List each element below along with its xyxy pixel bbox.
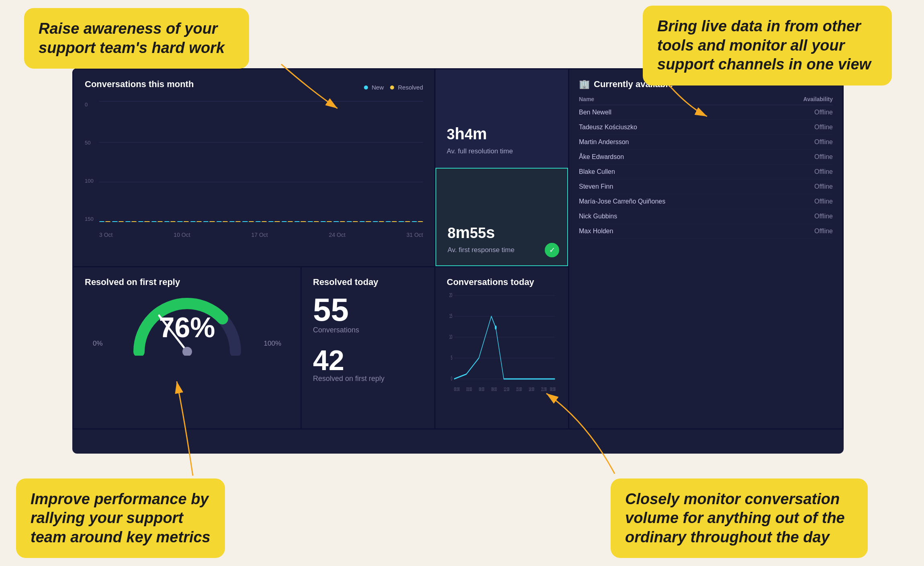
resolution-time-label: Av. full resolution time: [447, 147, 557, 155]
resolution-time-value: 3h4m: [447, 118, 557, 143]
agent-status: Offline: [768, 179, 833, 194]
bar-group: [242, 221, 253, 222]
agent-name: María-Jose Carreño Quiñones: [579, 194, 768, 209]
dashboard-grid: Conversations this month New Resolved 15…: [72, 68, 844, 430]
currently-available-widget: 🏢 Currently available Name Availability …: [569, 69, 842, 428]
agent-status: Offline: [768, 120, 833, 135]
agent-name: Tadeusz Kościuszko: [579, 120, 768, 135]
first-reply-count: 42: [313, 346, 423, 375]
agent-name: Steven Finn: [579, 179, 768, 194]
svg-point-21: [495, 326, 497, 330]
response-time-value: 8m55s: [448, 216, 556, 242]
bar-group: [256, 221, 267, 222]
resolved-dot: [390, 86, 394, 90]
bar-group: [229, 221, 241, 222]
agent-status: Offline: [768, 209, 833, 224]
table-row: Nick GubbinsOffline: [579, 209, 833, 224]
agent-status: Offline: [768, 165, 833, 179]
bar-group: [177, 221, 188, 222]
dashboard: Conversations this month New Resolved 15…: [72, 68, 844, 454]
full-resolution-widget: 3h4m Av. full resolution time: [435, 69, 568, 167]
new-dot: [364, 86, 368, 90]
first-reply-label: Resolved on first reply: [313, 375, 423, 383]
first-response-label: Av. first response time: [448, 246, 556, 254]
gauge-title: Resolved on first reply: [85, 277, 180, 287]
x-axis-labels: 3 Oct 10 Oct 17 Oct 24 Oct 31 Oct: [99, 232, 423, 238]
agent-name: Blake Cullen: [579, 165, 768, 179]
available-icon: 🏢: [579, 79, 590, 90]
svg-text:12:00: 12:00: [504, 387, 509, 392]
bar-group: [308, 221, 319, 222]
agent-name: Max Holden: [579, 224, 768, 239]
callout-top-left: Raise awareness of your support team's h…: [24, 8, 249, 69]
line-chart: 20 15 10 5 0 00:00 03:00 06:00 09:00 12:…: [447, 291, 557, 397]
bar-group: [333, 221, 345, 222]
legend-new: New: [364, 84, 384, 91]
bar-group: [99, 221, 110, 222]
bar-chart: 150 100 50 0: [85, 102, 423, 238]
conversations-month-widget: Conversations this month New Resolved 15…: [74, 69, 434, 266]
agent-status: Offline: [768, 224, 833, 239]
svg-text:00:00: 00:00: [454, 387, 460, 392]
bar-group: [203, 221, 215, 222]
gauge-label-0: 0%: [93, 340, 103, 348]
conversations-count: 55: [313, 294, 423, 326]
line-chart-svg: 20 15 10 5 0 00:00 03:00 06:00 09:00 12:…: [447, 291, 557, 396]
svg-text:21:00: 21:00: [541, 387, 547, 392]
table-row: Ben NewellOffline: [579, 105, 833, 120]
resolved-first-reply-widget: Resolved on first reply 76% 0% 100%: [74, 267, 301, 428]
bar-group: [138, 221, 149, 222]
bar-group: [321, 221, 332, 222]
svg-text:10: 10: [450, 334, 452, 340]
bar-group: [373, 221, 384, 222]
bar-group: [217, 221, 228, 222]
conversations-today-widget: Conversations today 20 15 10 5 0 00:: [435, 267, 568, 428]
resolved-conversations: 55 Conversations: [313, 294, 423, 334]
conversations-month-title: Conversations this month: [85, 79, 194, 90]
bar-group: [347, 221, 358, 222]
legend-resolved: Resolved: [390, 84, 423, 91]
col-name-header: Name: [579, 94, 768, 105]
bar-group: [268, 221, 280, 222]
bar-group: [112, 221, 123, 222]
col-availability-header: Availability: [768, 94, 833, 105]
gauge-container: 76% 0% 100%: [85, 291, 289, 356]
gauge-percent: 76%: [159, 312, 215, 344]
conversations-label: Conversations: [313, 326, 423, 334]
agent-name: Nick Gubbins: [579, 209, 768, 224]
bar-group: [164, 221, 176, 222]
table-row: Max HoldenOffline: [579, 224, 833, 239]
svg-text:15:00: 15:00: [516, 387, 522, 392]
first-response-widget: 8m55s Av. first response time ✓: [435, 168, 568, 267]
svg-text:03:00: 03:00: [466, 387, 472, 392]
agent-status: Offline: [768, 194, 833, 209]
svg-text:15: 15: [450, 313, 452, 319]
table-row: Martin AnderssonOffline: [579, 135, 833, 150]
agents-table: Name Availability Ben NewellOfflineTadeu…: [579, 94, 833, 239]
bar-group: [412, 221, 423, 222]
svg-text:0: 0: [451, 375, 452, 381]
agent-status: Offline: [768, 135, 833, 150]
bar-group: [360, 221, 371, 222]
agent-name: Ben Newell: [579, 105, 768, 120]
table-row: María-Jose Carreño QuiñonesOffline: [579, 194, 833, 209]
bar-group: [294, 221, 306, 222]
svg-text:5: 5: [451, 354, 452, 360]
svg-text:00:00: 00:00: [550, 387, 556, 392]
agent-name: Åke Edwardson: [579, 150, 768, 165]
svg-text:18:00: 18:00: [529, 387, 534, 392]
svg-text:20: 20: [450, 292, 452, 298]
conversations-today-title: Conversations today: [447, 277, 534, 287]
bar-group: [399, 221, 410, 222]
bar-groups: [99, 102, 423, 222]
agent-status: Offline: [768, 150, 833, 165]
response-times-widget: 3h4m Av. full resolution time 8m55s Av. …: [435, 69, 568, 266]
bar-group: [282, 221, 293, 222]
bar-group: [386, 221, 397, 222]
resolved-today-widget: Resolved today 55 Conversations 42 Resol…: [302, 267, 434, 428]
svg-text:06:00: 06:00: [479, 387, 484, 392]
callout-bottom-left: Improve performance by rallying your sup…: [16, 478, 225, 558]
resolved-today-title: Resolved today: [313, 277, 378, 287]
chart-legend: New Resolved: [364, 84, 423, 91]
y-axis-labels: 150 100 50 0: [85, 102, 97, 222]
